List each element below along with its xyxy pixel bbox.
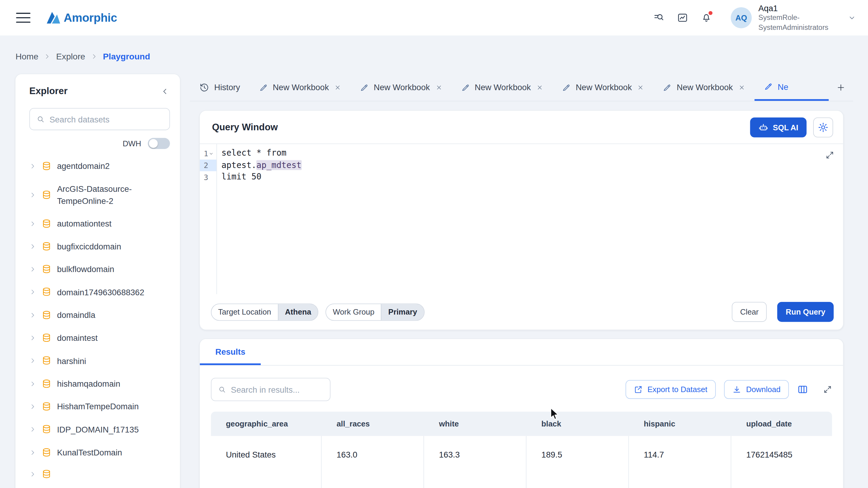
dataset-tree-item[interactable]: domaintest bbox=[29, 327, 170, 350]
tab-active-workbook[interactable]: Ne bbox=[754, 74, 829, 101]
chevron-right-icon[interactable] bbox=[29, 335, 36, 341]
database-icon bbox=[41, 333, 52, 343]
chevron-right-icon[interactable] bbox=[29, 289, 36, 295]
tab-results[interactable]: Results bbox=[200, 339, 261, 365]
results-controls: Export to Dataset Download bbox=[200, 366, 843, 411]
dataset-tree-item[interactable]: IDP_DOMAIN_f17135 bbox=[29, 418, 170, 441]
tab-new-workbook[interactable]: New Workbook bbox=[250, 74, 350, 101]
close-icon[interactable] bbox=[435, 84, 442, 90]
dataset-tree-item[interactable]: HishamTempeDomain bbox=[29, 395, 170, 418]
chevron-right-icon[interactable] bbox=[29, 312, 36, 318]
hamburger-menu-icon[interactable] bbox=[16, 10, 30, 26]
tab-label: History bbox=[214, 83, 240, 92]
dataset-tree-item[interactable]: harshini bbox=[29, 349, 170, 372]
user-menu-chevron-down-icon[interactable] bbox=[848, 14, 856, 22]
code-text: aptest. bbox=[221, 160, 256, 170]
dataset-label: automationtest bbox=[57, 218, 163, 230]
chevron-right-icon[interactable] bbox=[29, 163, 36, 169]
query-window-header: Query Window SQL AI bbox=[200, 111, 843, 143]
chevron-right-icon[interactable] bbox=[29, 471, 36, 478]
sql-ai-label: SQL AI bbox=[773, 123, 798, 132]
chevron-right-icon[interactable] bbox=[29, 243, 36, 250]
dataset-search-input[interactable] bbox=[50, 114, 163, 124]
tab-new-workbook[interactable]: New Workbook bbox=[452, 74, 553, 101]
avatar[interactable]: AQ bbox=[731, 7, 752, 28]
dataset-tree-item[interactable]: KunalTestDomain bbox=[29, 441, 170, 464]
work-group-pill[interactable]: Work Group Primary bbox=[326, 304, 424, 321]
column-header[interactable]: geographic_area bbox=[211, 419, 321, 428]
results-table: geographic_area all_races white black hi… bbox=[211, 412, 832, 488]
query-window-footer: Target Location Athena Work Group Primar… bbox=[200, 294, 843, 329]
tab-new-workbook[interactable]: New Workbook bbox=[653, 74, 754, 101]
dwh-toggle[interactable] bbox=[148, 138, 170, 149]
database-icon bbox=[41, 287, 52, 297]
add-workbook-plus-icon[interactable] bbox=[829, 74, 853, 101]
dataset-tree-item[interactable]: automationtest bbox=[29, 212, 170, 235]
download-button[interactable]: Download bbox=[724, 380, 789, 399]
tab-history[interactable]: History bbox=[190, 74, 250, 101]
dataset-tree-item[interactable]: domaindla bbox=[29, 304, 170, 327]
column-header[interactable]: hispanic bbox=[629, 419, 732, 428]
clear-button[interactable]: Clear bbox=[732, 302, 767, 322]
tab-new-workbook[interactable]: New Workbook bbox=[553, 74, 653, 101]
dataset-search-box bbox=[29, 108, 170, 130]
target-location-pill[interactable]: Target Location Athena bbox=[211, 304, 318, 321]
tab-new-workbook[interactable]: New Workbook bbox=[350, 74, 452, 101]
work-group-value: Primary bbox=[381, 304, 424, 320]
notifications-bell-icon[interactable] bbox=[696, 8, 716, 28]
dataset-tree-item[interactable]: bugfixcicddomain bbox=[29, 235, 170, 258]
breadcrumb-current-playground: Playground bbox=[103, 52, 150, 61]
pencil-icon bbox=[562, 83, 570, 92]
dataset-tree-item[interactable]: hishamqadomain bbox=[29, 372, 170, 395]
chevron-right-icon[interactable] bbox=[29, 380, 36, 387]
chevron-right-icon[interactable] bbox=[29, 220, 36, 227]
dataset-tree-item[interactable]: agentdomain2 bbox=[29, 154, 170, 177]
sql-ai-button[interactable]: SQL AI bbox=[750, 117, 807, 137]
sql-code-area[interactable]: select * from aptest.ap_mdtest limit 50 bbox=[217, 144, 301, 294]
amorphic-logo[interactable]: Amorphic bbox=[46, 11, 117, 24]
column-header[interactable]: black bbox=[527, 419, 629, 428]
dataset-tree-item[interactable] bbox=[29, 464, 170, 485]
table-cell: 114.7 bbox=[629, 436, 732, 488]
database-icon bbox=[41, 424, 52, 434]
dataset-tree-item[interactable]: ArcGIS-Datasource-TempeOnline-2 bbox=[29, 177, 170, 212]
results-search-input[interactable] bbox=[231, 385, 323, 394]
results-expand-icon[interactable] bbox=[823, 385, 832, 394]
chevron-right-icon[interactable] bbox=[29, 192, 36, 198]
app-viewport: Amorphic AQ Aqa1 SystemRole-SystemAdmini… bbox=[0, 0, 868, 488]
close-icon[interactable] bbox=[335, 84, 341, 90]
chart-panel-icon[interactable] bbox=[673, 8, 692, 28]
column-header[interactable]: upload_date bbox=[731, 419, 832, 428]
column-settings-icon[interactable] bbox=[797, 384, 808, 395]
breadcrumb-home[interactable]: Home bbox=[16, 52, 38, 61]
search-logs-icon[interactable] bbox=[649, 8, 669, 28]
gutter-line-current: 2 bbox=[200, 159, 216, 171]
chevron-right-icon[interactable] bbox=[29, 357, 36, 364]
dataset-tree-item[interactable]: domain1749630688362 bbox=[29, 281, 170, 304]
database-icon bbox=[41, 356, 52, 366]
collapse-panel-chevron-left-icon[interactable] bbox=[161, 87, 169, 95]
explorer-header: Explorer bbox=[29, 86, 170, 97]
database-icon bbox=[41, 219, 52, 229]
column-header[interactable]: all_races bbox=[321, 419, 424, 428]
breadcrumb-explore[interactable]: Explore bbox=[56, 52, 85, 61]
column-header[interactable]: white bbox=[424, 419, 527, 428]
line-number: 3 bbox=[204, 173, 208, 181]
query-settings-button[interactable] bbox=[813, 117, 833, 137]
close-icon[interactable] bbox=[738, 84, 745, 90]
editor-expand-icon[interactable] bbox=[826, 151, 834, 160]
code-fold-chevron-down-icon[interactable] bbox=[209, 151, 214, 156]
top-bar: Amorphic AQ Aqa1 SystemRole-SystemAdmini… bbox=[0, 0, 868, 36]
chevron-right-icon[interactable] bbox=[29, 266, 36, 272]
close-icon[interactable] bbox=[638, 84, 644, 90]
export-to-dataset-button[interactable]: Export to Dataset bbox=[625, 380, 716, 399]
run-query-button[interactable]: Run Query bbox=[778, 302, 834, 322]
sql-editor[interactable]: 1 2 3 select * from aptest.ap_mdtest lim… bbox=[200, 144, 843, 294]
dataset-tree-item[interactable]: bulkflowdomain bbox=[29, 258, 170, 281]
tab-label: New Workbook bbox=[273, 83, 329, 92]
tab-label: Ne bbox=[778, 82, 788, 91]
chevron-right-icon[interactable] bbox=[29, 426, 36, 433]
chevron-right-icon[interactable] bbox=[29, 449, 36, 456]
close-icon[interactable] bbox=[536, 84, 543, 90]
chevron-right-icon[interactable] bbox=[29, 403, 36, 410]
